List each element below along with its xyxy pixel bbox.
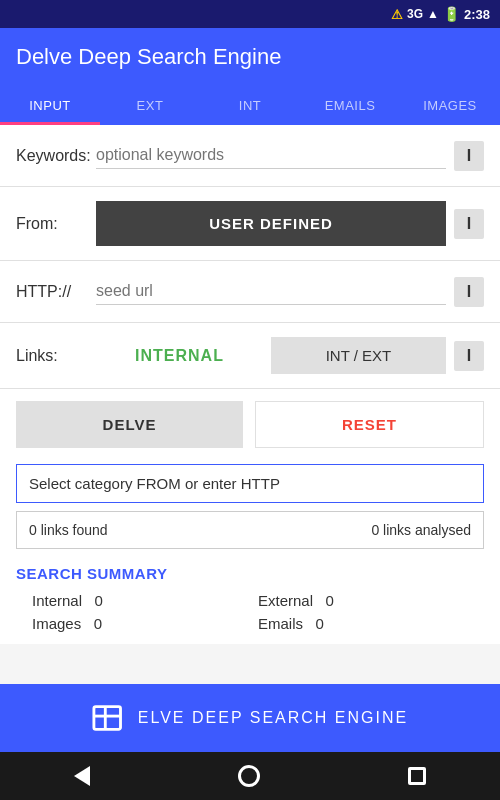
- content-area: Keywords: I From: USER DEFINED I HTTP://…: [0, 125, 500, 644]
- back-icon: [74, 766, 90, 786]
- logo-label: ELVE DEEP SEARCH ENGINE: [138, 709, 408, 727]
- links-found: 0 links found: [29, 522, 108, 538]
- tab-ext[interactable]: EXT: [100, 86, 200, 125]
- status-bar: ⚠ 3G ▲ 🔋 2:38: [0, 0, 500, 28]
- http-label: HTTP://: [16, 283, 96, 301]
- back-button[interactable]: [74, 766, 90, 786]
- app-title: Delve Deep Search Engine: [16, 44, 281, 70]
- recent-button[interactable]: [408, 767, 426, 785]
- http-row: HTTP:// I: [0, 261, 500, 323]
- links-bar: 0 links found 0 links analysed: [16, 511, 484, 549]
- from-info-button[interactable]: I: [454, 209, 484, 239]
- int-ext-button[interactable]: INT / EXT: [271, 337, 446, 374]
- home-button[interactable]: [238, 765, 260, 787]
- svg-rect-0: [94, 707, 121, 730]
- internal-count-label: Internal 0: [32, 592, 258, 609]
- recent-icon: [408, 767, 426, 785]
- status-message: Select category FROM or enter HTTP: [16, 464, 484, 503]
- links-row: Links: INTERNAL INT / EXT I: [0, 323, 500, 389]
- images-count-label: Images 0: [32, 615, 258, 632]
- keywords-info-button[interactable]: I: [454, 141, 484, 171]
- from-label: From:: [16, 215, 96, 233]
- images-count: 0: [94, 615, 102, 632]
- logo-text: ELVE DEEP SEARCH ENGINE: [92, 699, 408, 737]
- keywords-label: Keywords:: [16, 147, 96, 165]
- internal-button[interactable]: INTERNAL: [96, 339, 263, 373]
- summary-grid: Internal 0 External 0 Images 0 Emails 0: [16, 592, 484, 632]
- links-info-button[interactable]: I: [454, 341, 484, 371]
- links-options: INTERNAL INT / EXT: [96, 337, 446, 374]
- tab-images[interactable]: IMAGES: [400, 86, 500, 125]
- from-row: From: USER DEFINED I: [0, 187, 500, 261]
- signal-icon: ▲: [427, 7, 439, 21]
- tab-input[interactable]: INPUT: [0, 86, 100, 125]
- tab-int[interactable]: INT: [200, 86, 300, 125]
- summary-section: SEARCH SUMMARY Internal 0 External 0 Ima…: [0, 553, 500, 644]
- tab-emails[interactable]: EMAILS: [300, 86, 400, 125]
- home-icon: [238, 765, 260, 787]
- user-defined-button[interactable]: USER DEFINED: [96, 201, 446, 246]
- logo-bar: ELVE DEEP SEARCH ENGINE: [0, 684, 500, 752]
- delve-button[interactable]: DELVE: [16, 401, 243, 448]
- reset-button[interactable]: RESET: [255, 401, 484, 448]
- keywords-row: Keywords: I: [0, 125, 500, 187]
- time-display: 2:38: [464, 7, 490, 22]
- battery-icon: 🔋: [443, 6, 460, 22]
- action-row: DELVE RESET: [0, 389, 500, 460]
- tab-bar: INPUT EXT INT EMAILS IMAGES: [0, 86, 500, 125]
- links-analysed: 0 links analysed: [371, 522, 471, 538]
- links-label: Links:: [16, 347, 96, 365]
- title-bar: Delve Deep Search Engine: [0, 28, 500, 86]
- internal-count: 0: [95, 592, 103, 609]
- external-count: 0: [326, 592, 334, 609]
- network-indicator: 3G: [407, 7, 423, 21]
- logo-icon: [92, 699, 130, 737]
- nav-bar: [0, 752, 500, 800]
- keywords-input[interactable]: [96, 142, 446, 169]
- summary-title: SEARCH SUMMARY: [16, 565, 484, 582]
- emails-count: 0: [316, 615, 324, 632]
- emails-count-label: Emails 0: [258, 615, 484, 632]
- external-count-label: External 0: [258, 592, 484, 609]
- warning-icon: ⚠: [391, 7, 403, 22]
- http-info-button[interactable]: I: [454, 277, 484, 307]
- seed-url-input[interactable]: [96, 278, 446, 305]
